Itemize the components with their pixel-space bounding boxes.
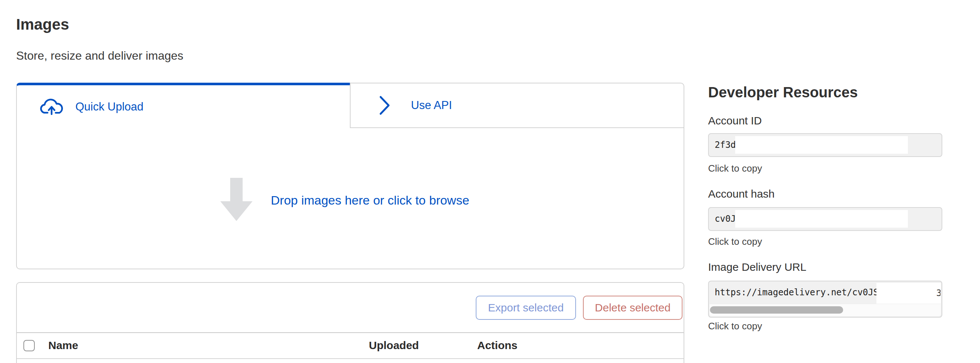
delete-selected-button[interactable]: Delete selected: [583, 296, 682, 320]
account-hash-value: cv0J: [715, 208, 736, 230]
chevron-right-icon: [379, 95, 390, 116]
export-selected-button[interactable]: Export selected: [476, 296, 576, 320]
tab-quick-upload[interactable]: Quick Upload: [16, 83, 350, 128]
url-scrollbar-thumb[interactable]: [710, 306, 843, 314]
select-all-checkbox[interactable]: [24, 340, 35, 351]
cloud-upload-icon: [40, 98, 64, 116]
column-header-uploaded: Uploaded: [369, 333, 419, 358]
account-hash-copy-hint: Click to copy: [708, 236, 762, 247]
dropzone-label[interactable]: Drop images here or click to browse: [271, 193, 469, 208]
account-id-copy-hint: Click to copy: [708, 162, 762, 174]
redaction-overlay: [735, 136, 908, 154]
page-title: Images: [16, 15, 69, 33]
image-delivery-url-field[interactable]: https://imagedelivery.net/cv0JSj 3: [708, 281, 942, 318]
tab-use-api[interactable]: Use API: [350, 83, 684, 128]
tab-use-api-label: Use API: [411, 99, 452, 112]
images-table-card: Export selected Delete selected Name Upl…: [16, 282, 684, 363]
upload-card: Quick Upload Use API Drop images here or…: [16, 83, 684, 269]
developer-resources-title: Developer Resources: [708, 83, 858, 101]
tab-quick-upload-label: Quick Upload: [75, 100, 143, 113]
dropzone[interactable]: Drop images here or click to browse: [16, 128, 684, 269]
redacted-char-fragment: 3: [936, 287, 940, 299]
redaction-overlay: [735, 210, 908, 228]
account-hash-label: Account hash: [708, 187, 775, 201]
account-id-value: 2f3d: [715, 134, 736, 156]
redaction-overlay: [877, 283, 941, 304]
arrow-down-icon: [220, 178, 253, 222]
image-delivery-url-copy-hint: Click to copy: [708, 320, 762, 332]
account-id-label: Account ID: [708, 114, 762, 127]
developer-resources-panel: Developer Resources Account ID 2f3d Clic…: [708, 0, 942, 363]
account-hash-field[interactable]: cv0J: [708, 207, 942, 231]
account-id-field[interactable]: 2f3d: [708, 133, 942, 157]
table-header-row: Name Uploaded Actions: [17, 333, 684, 359]
image-delivery-url-label: Image Delivery URL: [708, 261, 806, 274]
column-header-actions: Actions: [477, 333, 517, 358]
column-header-name: Name: [48, 333, 78, 358]
image-delivery-url-value: https://imagedelivery.net/cv0JSj: [715, 282, 884, 304]
page-subtitle: Store, resize and deliver images: [16, 48, 183, 63]
url-scrollbar[interactable]: [710, 304, 941, 316]
